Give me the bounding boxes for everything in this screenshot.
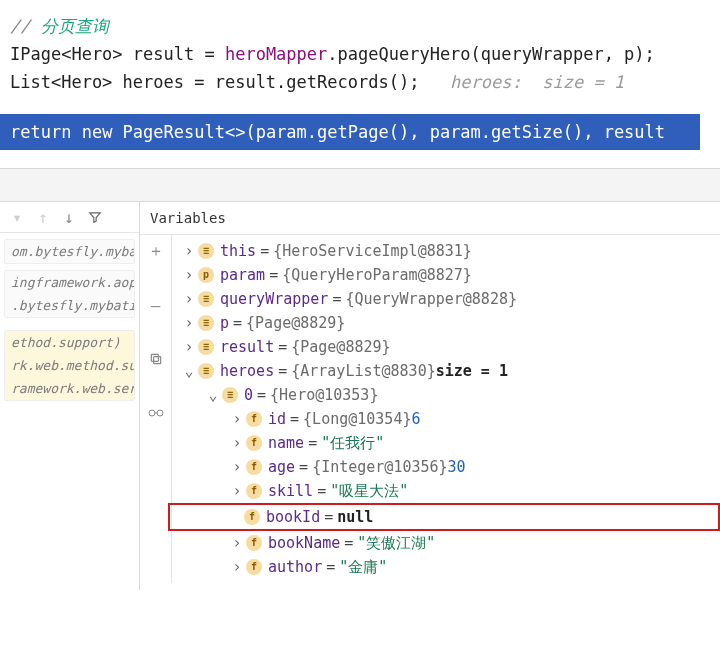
code-line-comment: // 分页查询	[10, 12, 710, 40]
arrow-up-icon[interactable]: ↑	[34, 208, 52, 226]
expand-icon[interactable]: ›	[182, 263, 196, 287]
copy-icon[interactable]	[146, 349, 166, 369]
field-icon: f	[246, 559, 262, 575]
expand-icon[interactable]: ›	[230, 531, 244, 555]
arrow-down-icon[interactable]: ↓	[60, 208, 78, 226]
collapse-icon[interactable]: ⌄	[206, 383, 220, 407]
variables-tree[interactable]: ›≡this={HeroServiceImpl@8831} ›pparam={Q…	[172, 235, 720, 583]
field-icon: f	[246, 411, 262, 427]
var-param[interactable]: ›pparam={QueryHeroParam@8827}	[172, 263, 720, 287]
code-line-2: IPage<Hero> result = heroMapper.pageQuer…	[10, 40, 710, 68]
code-line-return: return new PageResult<>(param.getPage(),…	[10, 114, 710, 150]
field-icon: f	[246, 483, 262, 499]
var-this[interactable]: ›≡this={HeroServiceImpl@8831}	[172, 239, 720, 263]
var-bookId[interactable]: ›fbookId=null	[168, 503, 720, 531]
var-result[interactable]: ›≡result={Page@8829}	[172, 335, 720, 359]
field-icon: f	[246, 535, 262, 551]
svg-rect-1	[151, 354, 158, 361]
var-author[interactable]: ›fauthor="金庸"	[172, 555, 720, 579]
inline-hint: heroes: size = 1	[450, 72, 624, 92]
field-icon: f	[246, 435, 262, 451]
stack-frame[interactable]: rk.web.method.su	[5, 354, 134, 377]
glasses-icon[interactable]	[146, 403, 166, 423]
dropdown-icon[interactable]: ▾	[8, 208, 26, 226]
expand-icon[interactable]: ›	[182, 287, 196, 311]
field-icon: f	[244, 509, 260, 525]
var-heroes[interactable]: ⌄≡heroes={ArrayList@8830} size = 1	[172, 359, 720, 383]
expand-icon[interactable]: ›	[182, 311, 196, 335]
object-icon: ≡	[198, 315, 214, 331]
debug-panel: ▾ ↑ ↓ om.bytesfly.myba ingframework.aop …	[0, 202, 720, 590]
var-heroes-0[interactable]: ⌄≡0={Hero@10353}	[172, 383, 720, 407]
stack-frame[interactable]: ethod.support)	[5, 331, 134, 354]
stack-frame[interactable]: ingframework.aop	[5, 271, 134, 294]
object-icon: ≡	[198, 363, 214, 379]
minus-icon[interactable]: —	[146, 295, 166, 315]
stack-group[interactable]: ingframework.aop .bytesfly.mybati	[4, 270, 135, 318]
var-bookName[interactable]: ›fbookName="笑傲江湖"	[172, 531, 720, 555]
variables-title: Variables	[140, 202, 720, 235]
frames-toolbar: ▾ ↑ ↓	[0, 202, 139, 233]
param-icon: p	[198, 267, 214, 283]
svg-point-3	[157, 410, 163, 416]
frames-panel: ▾ ↑ ↓ om.bytesfly.myba ingframework.aop …	[0, 202, 140, 590]
stack-frame[interactable]: .bytesfly.mybati	[5, 294, 134, 317]
stack-frame[interactable]: ramework.web.ser	[5, 377, 134, 400]
expand-icon[interactable]: ›	[182, 239, 196, 263]
filter-icon[interactable]	[86, 208, 104, 226]
expand-icon[interactable]: ›	[182, 335, 196, 359]
object-icon: ≡	[198, 339, 214, 355]
field-icon: f	[246, 459, 262, 475]
expand-icon[interactable]: ›	[230, 555, 244, 579]
object-icon: ≡	[198, 243, 214, 259]
svg-rect-0	[153, 357, 160, 364]
expand-icon[interactable]: ›	[230, 407, 244, 431]
object-icon: ≡	[222, 387, 238, 403]
stack-group[interactable]: ethod.support) rk.web.method.su ramework…	[4, 330, 135, 401]
panel-separator	[0, 168, 720, 202]
var-skill[interactable]: ›fskill="吸星大法"	[172, 479, 720, 503]
code-line-3: List<Hero> heroes = result.getRecords();…	[10, 68, 710, 96]
var-queryWrapper[interactable]: ›≡queryWrapper={QueryWrapper@8828}	[172, 287, 720, 311]
var-age[interactable]: ›fage={Integer@10356} 30	[172, 455, 720, 479]
plus-icon[interactable]: ＋	[146, 241, 166, 261]
var-id[interactable]: ›fid={Long@10354} 6	[172, 407, 720, 431]
expand-icon[interactable]: ›	[230, 431, 244, 455]
expand-icon[interactable]: ›	[230, 455, 244, 479]
code-editor[interactable]: // 分页查询 IPage<Hero> result = heroMapper.…	[0, 0, 720, 150]
var-p[interactable]: ›≡p={Page@8829}	[172, 311, 720, 335]
variables-panel: Variables ＋ — ›≡this={HeroServiceImpl@88…	[140, 202, 720, 590]
var-name[interactable]: ›fname="任我行"	[172, 431, 720, 455]
stack-frame[interactable]: om.bytesfly.myba	[5, 240, 134, 263]
svg-point-2	[149, 410, 155, 416]
expand-icon[interactable]: ›	[230, 479, 244, 503]
object-icon: ≡	[198, 291, 214, 307]
collapse-icon[interactable]: ⌄	[182, 359, 196, 383]
stack-group[interactable]: om.bytesfly.myba	[4, 239, 135, 264]
